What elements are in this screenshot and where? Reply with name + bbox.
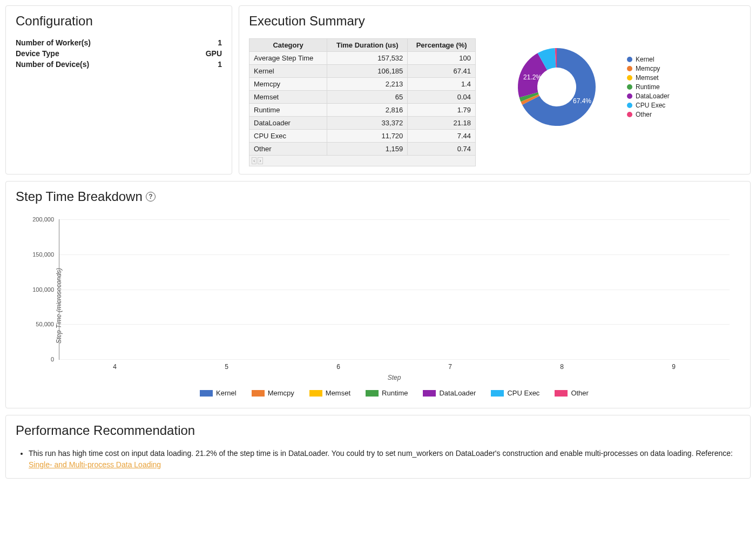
bar-column (171, 219, 283, 359)
legend-item: CPU Exec (627, 102, 670, 109)
xtick: 9 (618, 363, 730, 371)
config-row: Number of Worker(s)1 (16, 38, 222, 47)
donut-label-small: 21.2% (523, 73, 542, 81)
ytick: 50,000 (36, 321, 54, 327)
legend-swatch (627, 93, 632, 99)
xtick: 6 (282, 363, 394, 371)
cell-duration: 2,816 (327, 104, 408, 117)
cell-percentage: 0.74 (408, 143, 476, 156)
configuration-list: Number of Worker(s)1Device TypeGPUNumber… (16, 38, 222, 69)
table-row: Kernel106,18567.41 (249, 65, 476, 78)
legend-swatch (627, 103, 632, 108)
cell-category: Memcpy (249, 78, 327, 91)
ytick: 150,000 (32, 251, 54, 258)
legend-item: Memset (627, 74, 670, 82)
legend-swatch (200, 390, 213, 397)
config-value: 1 (218, 60, 222, 69)
xtick: 7 (394, 363, 506, 371)
performance-recommendation-title: Performance Recommendation (16, 423, 740, 438)
ytick: 200,000 (32, 216, 54, 223)
execution-summary-table: Category Time Duration (us) Percentage (… (249, 38, 476, 156)
cell-duration: 2,213 (327, 78, 408, 91)
donut-legend: KernelMemcpyMemsetRuntimeDataLoaderCPU E… (627, 54, 670, 120)
config-value: 1 (218, 38, 222, 47)
cell-category: Average Step Time (249, 52, 327, 65)
config-row: Device TypeGPU (16, 49, 222, 58)
legend-swatch (555, 390, 568, 397)
config-label: Number of Worker(s) (16, 38, 91, 47)
legend-item: Memcpy (627, 65, 670, 72)
gridline (59, 359, 730, 360)
configuration-card: Configuration Number of Worker(s)1Device… (5, 5, 232, 174)
legend-label: Memcpy (268, 389, 294, 397)
bar-column (59, 219, 171, 359)
step-breakdown-plot: 050,000100,000150,000200,000 (59, 219, 730, 360)
legend-item: Other (555, 389, 589, 397)
cell-percentage: 100 (408, 52, 476, 65)
table-row: Memcpy2,2131.4 (249, 78, 476, 91)
table-row: DataLoader33,37221.18 (249, 117, 476, 130)
performance-recommendation-card: Performance Recommendation This run has … (5, 415, 751, 479)
execution-summary-table-wrap: Category Time Duration (us) Percentage (… (249, 38, 476, 166)
table-pager[interactable]: ‹› (249, 156, 476, 166)
th-category: Category (249, 39, 327, 52)
ytick: 0 (51, 356, 54, 362)
legend-label: Kernel (636, 56, 654, 63)
legend-item: DataLoader (627, 92, 670, 100)
legend-label: Kernel (216, 389, 237, 397)
execution-summary-tbody: Average Step Time157,532100Kernel106,185… (249, 52, 476, 156)
cell-duration: 65 (327, 91, 408, 104)
cell-duration: 33,372 (327, 117, 408, 130)
legend-label: CPU Exec (636, 102, 665, 109)
cell-percentage: 1.79 (408, 104, 476, 117)
help-icon[interactable]: ? (146, 192, 156, 202)
execution-summary-donut: 67.4%21.2% (497, 38, 616, 136)
table-row: Other1,1590.74 (249, 143, 476, 156)
legend-swatch (252, 390, 265, 397)
legend-label: Memset (636, 74, 659, 82)
legend-label: Runtime (636, 83, 660, 91)
cell-percentage: 1.4 (408, 78, 476, 91)
legend-swatch (627, 57, 632, 62)
legend-label: Other (636, 111, 652, 118)
cell-percentage: 0.04 (408, 91, 476, 104)
config-label: Device Type (16, 49, 59, 58)
cell-category: Kernel (249, 65, 327, 78)
bar-column (618, 219, 730, 359)
cell-duration: 1,159 (327, 143, 408, 156)
step-breakdown-title: Step Time Breakdown (16, 189, 143, 204)
legend-swatch (627, 112, 632, 117)
legend-swatch (627, 75, 632, 80)
execution-summary-card: Execution Summary Category Time Duration… (239, 5, 751, 174)
legend-item: CPU Exec (491, 389, 539, 397)
performance-recommendation-item: This run has high time cost on input dat… (29, 448, 740, 471)
cell-category: Memset (249, 91, 327, 104)
performance-recommendation-text: This run has high time cost on input dat… (29, 449, 733, 458)
table-header-row: Category Time Duration (us) Percentage (… (249, 39, 476, 52)
config-label: Number of Device(s) (16, 60, 89, 69)
step-breakdown-card: Step Time Breakdown ? Step Time (microse… (5, 181, 751, 408)
legend-swatch (366, 390, 379, 397)
legend-label: Memset (326, 389, 350, 397)
table-row: CPU Exec11,7207.44 (249, 130, 476, 143)
legend-swatch (491, 390, 504, 397)
performance-recommendation-link[interactable]: Single- and Multi-process Data Loading (29, 460, 161, 469)
xlabel: Step (59, 374, 730, 381)
config-value: GPU (206, 49, 222, 58)
legend-item: Other (627, 111, 670, 118)
donut-label-big: 67.4% (573, 97, 591, 105)
xtick: 8 (506, 363, 618, 371)
legend-item: Memset (309, 389, 350, 397)
cell-percentage: 67.41 (408, 65, 476, 78)
table-row: Memset650.04 (249, 91, 476, 104)
config-row: Number of Device(s)1 (16, 60, 222, 69)
bar-column (283, 219, 395, 359)
legend-label: DataLoader (439, 389, 476, 397)
cell-category: DataLoader (249, 117, 327, 130)
legend-swatch (627, 66, 632, 71)
cell-category: CPU Exec (249, 130, 327, 143)
legend-swatch (423, 390, 436, 397)
cell-percentage: 7.44 (408, 130, 476, 143)
legend-label: Other (571, 389, 589, 397)
legend-swatch (309, 390, 322, 397)
